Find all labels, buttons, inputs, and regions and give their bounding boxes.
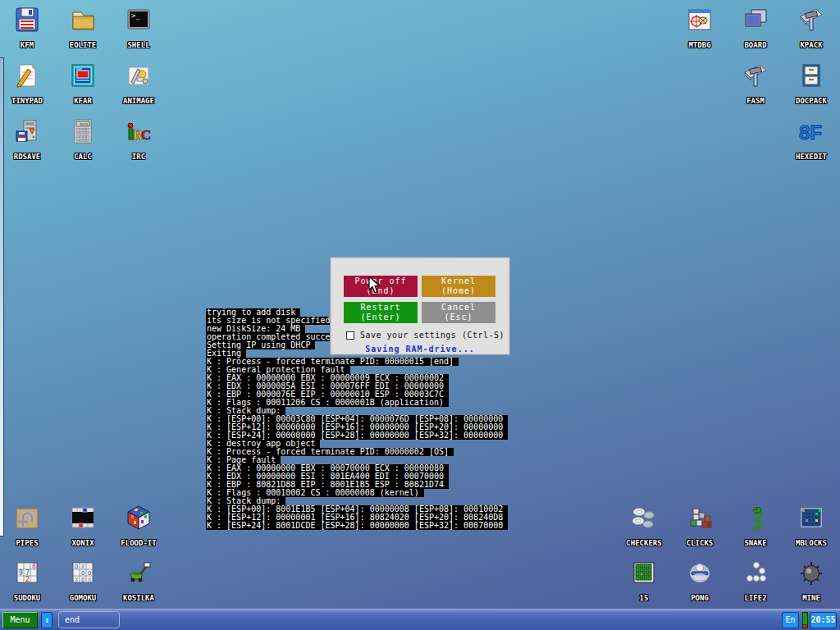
icon-label: XONIX [55,539,111,547]
windows-icon [742,7,769,33]
pipes-icon [14,504,40,531]
desktop-icon-kosilka[interactable]: KOSILKA [111,559,167,602]
image-editor-icon [126,62,152,89]
button-key-hint: (Enter) [344,313,418,322]
hammer-icon [798,7,824,33]
hammer-icon [742,62,769,89]
svg-text:O: O [88,570,91,577]
gomoku-grid-icon: OXOOXOX [70,559,96,586]
desktop-icon-clicks[interactable]: CLICKS [672,504,728,547]
icon-label: SNAKE [728,539,783,547]
desktop-icon-fasm[interactable]: FASM [728,62,783,105]
icon-label: ANIMAGE [111,97,167,105]
desktop-icon-irc[interactable]: RCIRC [111,118,167,161]
icon-label: BOARD [728,41,783,49]
menu-button[interactable]: Menu [2,612,38,628]
desktop-icon-animage[interactable]: ANIMAGE [111,62,167,105]
icon-label: KFM [0,41,55,49]
icon-label: HEXEDIT [783,153,839,161]
save-settings-label: Save your settings (Ctrl-S) [360,331,504,340]
desktop-icon-gomoku[interactable]: OXOOXOXGOMOKU [55,559,111,602]
desktop-icon-tinypad[interactable]: TINYPAD [0,62,55,105]
pong-icon [687,559,713,586]
icon-label: PONG [672,594,728,602]
drawer-cabinet-icon [798,62,824,89]
cpu-usage-meter [802,612,808,628]
folder-icon [70,7,96,33]
icon-label: LIFE2 [728,594,783,602]
life-cells-icon [742,559,769,586]
icon-label: KPACK [783,41,839,49]
icon-label: GOMOKU [55,594,111,602]
icon-label: RDSAVE [0,153,55,161]
desktop-icon-board[interactable]: BOARD [728,7,783,49]
icon-label: MINE [783,594,839,602]
icon-label: FLOOD-IT [111,539,167,547]
restart-button[interactable]: Restart(Enter) [344,302,418,323]
desktop-icon-kfar[interactable]: KFAR [55,62,111,105]
svg-text:9: 9 [19,569,23,577]
desktop-icon-15[interactable]: 15 [616,559,672,602]
desktop-icon-flood-it[interactable]: FLOOD-IT [111,504,167,547]
icon-label: CHECKERS [616,539,672,547]
saving-ramdrive-status: Saving RAM-drive... [331,345,509,354]
taskbar-task-end[interactable]: end [58,611,120,628]
desktop-icon-docpack[interactable]: DOCPACK [783,62,839,105]
svg-text:2: 2 [25,576,30,583]
desktop-icon-mine[interactable]: MINE [783,559,839,602]
svg-text:>_: >_ [131,11,140,20]
icon-label: 15 [616,594,672,602]
kernel-button[interactable]: Kernel(Home) [422,276,495,297]
cancel-button[interactable]: Cancel(Esc) [422,302,495,323]
desktop-icon-checkers[interactable]: CHECKERS [616,504,672,547]
button-key-hint: (Esc) [422,313,495,322]
minimize-all-icon[interactable]: ↕ [41,612,52,628]
language-indicator[interactable]: En [782,612,799,628]
terminal-icon: >_ [126,7,152,33]
desktop-icon-pipes[interactable]: PIPES [0,504,55,547]
xonix-icon [70,504,96,531]
console-line: K : [ESP+24]: 8001DCDE [ESP+28]: 0000000… [206,522,508,530]
desktop-icon-calc[interactable]: 5038CALC [55,118,111,161]
save-ramdisk-icon [14,118,40,144]
svg-text:O: O [81,570,84,577]
shutdown-dialog: Power off(End)Kernel(Home)Restart(Enter)… [330,257,510,355]
desktop-icon-kfm[interactable]: KFM [0,7,55,49]
desktop-icon-xonix[interactable]: XONIX [55,504,111,547]
icon-label: MTDBG [672,41,728,49]
irc-icon: RC [126,118,152,144]
desktop-icon-sudoku[interactable]: 8972SUDOKU [0,559,55,602]
mblocks-grid-icon [798,504,824,531]
save-settings-checkbox[interactable] [346,331,354,340]
desktop-icon-mblocks[interactable]: MBLOCKS [783,504,839,547]
button-key-hint: (Home) [422,286,495,296]
svg-text:8: 8 [32,563,36,570]
notepad-pencil-icon [14,62,40,89]
clock[interactable]: 20:55 [810,612,837,628]
desktop-icon-snake[interactable]: SNAKE [728,504,783,547]
icon-label: SHELL [111,41,167,49]
desktop-icon-shell[interactable]: >_SHELL [111,7,167,49]
sudoku-grid-icon: 8972 [14,559,40,586]
lawnmower-icon [126,559,152,586]
desktop-icon-eolite[interactable]: EOLITE [55,7,111,49]
button-label: Restart [344,303,418,313]
desktop-icon-life2[interactable]: LIFE2 [728,559,783,602]
svg-text:C: C [141,127,151,143]
desktop-icon-rdsave[interactable]: RDSAVE [0,118,55,161]
icon-label: MBLOCKS [783,539,839,547]
blocks-icon [687,504,713,531]
desktop-icon-hexedit[interactable]: 8FHEXEDIT [783,118,839,161]
icon-label: EOLITE [55,41,111,49]
desktop-icon-mtdbg[interactable]: MTDBG [672,7,728,49]
icon-label: PIPES [0,539,55,547]
desktop-icon-pong[interactable]: PONG [672,559,728,602]
mouse-cursor-icon [368,276,383,298]
svg-text:O: O [75,564,78,570]
icon-label: TINYPAD [0,97,55,105]
checkers-icon [631,504,657,531]
save-settings-row: Save your settings (Ctrl-S) [346,331,504,340]
desktop-icon-kpack[interactable]: KPACK [783,7,839,49]
button-label: Kernel [422,276,495,286]
icon-label: DOCPACK [783,97,839,105]
